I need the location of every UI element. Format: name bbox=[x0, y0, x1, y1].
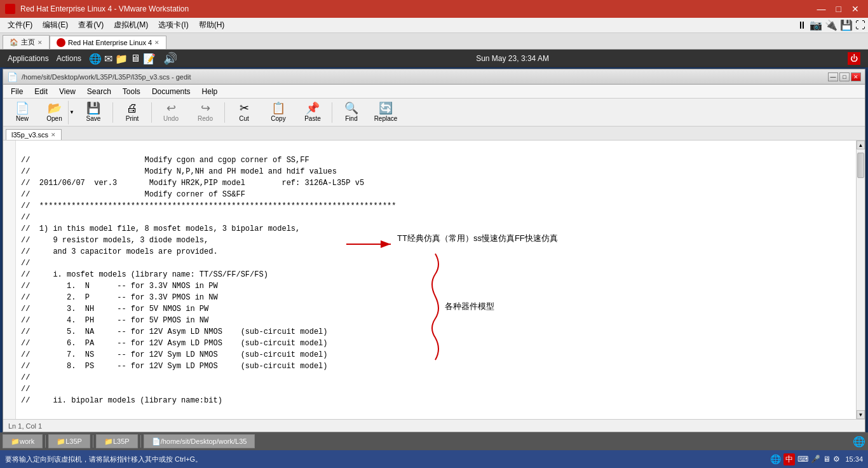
screenshot-icon[interactable]: 📷 bbox=[810, 19, 822, 31]
gedit-menubar: File Edit View Search Tools Documents He… bbox=[3, 85, 865, 99]
paste-label: Paste bbox=[304, 115, 321, 122]
doc-tab-label: l35p_v3.scs bbox=[11, 131, 48, 139]
keyboard-icon: ⌨ bbox=[797, 455, 808, 464]
open-dropdown-arrow[interactable]: ▼ bbox=[68, 100, 76, 125]
vmware-tab-home[interactable]: 🏠 主页 ✕ bbox=[3, 35, 50, 49]
audio-icon[interactable]: 🔊 bbox=[163, 52, 177, 65]
code-editor[interactable]: // Modify cgon and cgop corner of SS,FF … bbox=[16, 141, 856, 419]
gedit-menu-help[interactable]: Help bbox=[197, 86, 223, 97]
code-line-17: // 6. PA -- for 12V Asym LD PMOS (sub-ci… bbox=[21, 339, 327, 348]
open-button[interactable]: 📂 Open bbox=[40, 100, 68, 125]
gedit-content-area[interactable]: // Modify cgon and cgop corner of SS,FF … bbox=[3, 141, 865, 419]
gedit-menu-documents[interactable]: Documents bbox=[147, 86, 196, 97]
save-label: Save bbox=[86, 115, 101, 122]
task-l35p2-label: L35P bbox=[113, 437, 130, 445]
gedit-menu-tools[interactable]: Tools bbox=[118, 86, 146, 97]
gedit-app-icon: 📄 bbox=[7, 72, 18, 82]
vm-status-message: 要将输入定向到该虚拟机，请将鼠标指针移入其中或按 Ctrl+G。 bbox=[5, 455, 202, 464]
toolbar-separator-1 bbox=[112, 102, 113, 123]
tab-rhel-label: Red Hat Enterprise Linux 4 bbox=[68, 39, 152, 46]
maximize-button[interactable]: □ bbox=[832, 4, 845, 14]
tab-home-label: 主页 bbox=[21, 38, 35, 47]
taskbar-item-l35p-2[interactable]: 📁 L35P bbox=[96, 434, 138, 448]
taskbar-item-l35p-1[interactable]: 📁 L35P bbox=[48, 434, 90, 448]
gedit-menu-search[interactable]: Search bbox=[82, 86, 116, 97]
print-button[interactable]: 🖨 Print bbox=[116, 100, 149, 125]
save-button[interactable]: 💾 Save bbox=[77, 100, 110, 125]
scroll-up-button[interactable]: ▲ bbox=[857, 141, 865, 149]
pause-icon[interactable]: ⏸ bbox=[797, 20, 807, 31]
terminal-icon[interactable]: 🖥 bbox=[130, 53, 140, 64]
replace-button[interactable]: 🔄 Replace bbox=[369, 100, 402, 125]
undo-icon: ↩ bbox=[166, 102, 176, 114]
snapshot-icon[interactable]: 💾 bbox=[840, 19, 853, 31]
code-line-18: // 7. NS -- for 12V Sym LD NMOS (sub-cir… bbox=[21, 350, 327, 359]
vmware-tab-rhel[interactable]: Red Hat Enterprise Linux 4 ✕ bbox=[50, 36, 166, 49]
code-line-5: // *************************************… bbox=[21, 202, 397, 210]
redo-button[interactable]: ↪ Redo bbox=[189, 100, 222, 125]
find-button[interactable]: 🔍 Find bbox=[335, 100, 368, 125]
gedit-restore[interactable]: □ bbox=[839, 72, 850, 81]
gedit-menu-edit[interactable]: Edit bbox=[29, 86, 53, 97]
rhel-power-icon[interactable]: ⏻ bbox=[848, 52, 860, 65]
network-icon[interactable]: 🔌 bbox=[825, 19, 837, 31]
new-button[interactable]: 📄 New bbox=[6, 100, 39, 125]
menu-file[interactable]: 文件(F) bbox=[3, 18, 37, 32]
gedit-close[interactable]: ✕ bbox=[851, 72, 861, 81]
toolbar-separator-4 bbox=[332, 102, 332, 123]
taskbar-item-work[interactable]: 📁 work bbox=[3, 434, 43, 448]
undo-button[interactable]: ↩ Undo bbox=[154, 100, 187, 125]
gedit-doc-tab-active[interactable]: l35p_v3.scs ✕ bbox=[6, 129, 62, 140]
actions-menu[interactable]: Actions bbox=[57, 54, 81, 63]
taskbar-item-path[interactable]: 📄 /home/sit/Desktop/work/L35 bbox=[144, 434, 255, 448]
cut-label: Cut bbox=[239, 115, 249, 122]
copy-button[interactable]: 📋 Copy bbox=[262, 100, 295, 125]
doc-tab-close[interactable]: ✕ bbox=[51, 132, 56, 138]
gedit-menu-view[interactable]: View bbox=[54, 86, 81, 97]
firefox-icon[interactable]: 🌐 bbox=[89, 53, 102, 65]
folder-icon[interactable]: 📁 bbox=[115, 53, 128, 65]
applications-menu[interactable]: Applications bbox=[8, 54, 49, 63]
code-line-20: // bbox=[21, 373, 30, 382]
menu-help[interactable]: 帮助(H) bbox=[194, 18, 230, 32]
cut-button[interactable]: ✂ Cut bbox=[227, 100, 261, 125]
scroll-thumb[interactable] bbox=[857, 153, 864, 178]
scroll-track[interactable] bbox=[857, 149, 865, 410]
home-icon: 🏠 bbox=[10, 38, 18, 46]
vmware-tab-bar: 🏠 主页 ✕ Red Hat Enterprise Linux 4 ✕ bbox=[0, 33, 868, 50]
paste-button[interactable]: 📌 Paste bbox=[296, 100, 329, 125]
copy-icon: 📋 bbox=[271, 102, 285, 114]
gedit-minimize[interactable]: — bbox=[828, 72, 838, 81]
menu-vm[interactable]: 虚拟机(M) bbox=[109, 18, 153, 32]
gedit-title-left: 📄 /home/sit/Desktop/work/L35P/L35P/l35p_… bbox=[7, 72, 191, 82]
tab-home-close[interactable]: ✕ bbox=[37, 39, 43, 46]
tab-rhel-close[interactable]: ✕ bbox=[154, 39, 159, 46]
fullscreen-icon[interactable]: ⛶ bbox=[855, 20, 865, 31]
replace-label: Replace bbox=[374, 115, 398, 122]
menu-view[interactable]: 查看(V) bbox=[73, 18, 109, 32]
menu-edit[interactable]: 编辑(E) bbox=[37, 18, 73, 32]
vmware-icon bbox=[5, 4, 15, 14]
undo-label: Undo bbox=[163, 115, 179, 122]
task-path-label: /home/sit/Desktop/work/L35 bbox=[161, 437, 247, 445]
cut-icon: ✂ bbox=[240, 102, 249, 114]
folder-icon-task-2: 📁 bbox=[57, 437, 65, 446]
minimize-button[interactable]: — bbox=[813, 4, 830, 14]
code-line-1: // Modify cgon and cgop corner of SS,FF bbox=[21, 156, 309, 165]
network-status-icon[interactable]: 🌐 bbox=[853, 436, 865, 448]
scroll-down-button[interactable]: ▼ bbox=[857, 410, 865, 419]
rhel-topbar-left: Applications Actions 🌐 ✉ 📁 🖥 📝 🔊 bbox=[8, 52, 177, 65]
mic-icon: 🎤 bbox=[811, 455, 820, 464]
menu-tabs[interactable]: 选项卡(I) bbox=[153, 18, 193, 32]
mail-icon[interactable]: ✉ bbox=[104, 53, 112, 65]
code-line-19: // 8. PS -- for 12V Sym LD PMOS (sub-cir… bbox=[21, 362, 327, 371]
save-icon: 💾 bbox=[86, 102, 100, 114]
vmware-title: Red Hat Enterprise Linux 4 - VMware Work… bbox=[20, 4, 189, 13]
close-button[interactable]: ✕ bbox=[848, 4, 863, 14]
settings-icon-bottom: ⚙ bbox=[833, 455, 840, 464]
gedit-menu-file[interactable]: File bbox=[6, 86, 28, 97]
bottom-bar-right: 🌐 中 ⌨ 🎤 🖥 ⚙ 15:34 bbox=[770, 453, 863, 465]
text-editor-icon[interactable]: 📝 bbox=[143, 53, 156, 65]
vertical-scrollbar[interactable]: ▲ ▼ bbox=[856, 141, 865, 419]
toolbar-separator-2 bbox=[151, 102, 152, 123]
